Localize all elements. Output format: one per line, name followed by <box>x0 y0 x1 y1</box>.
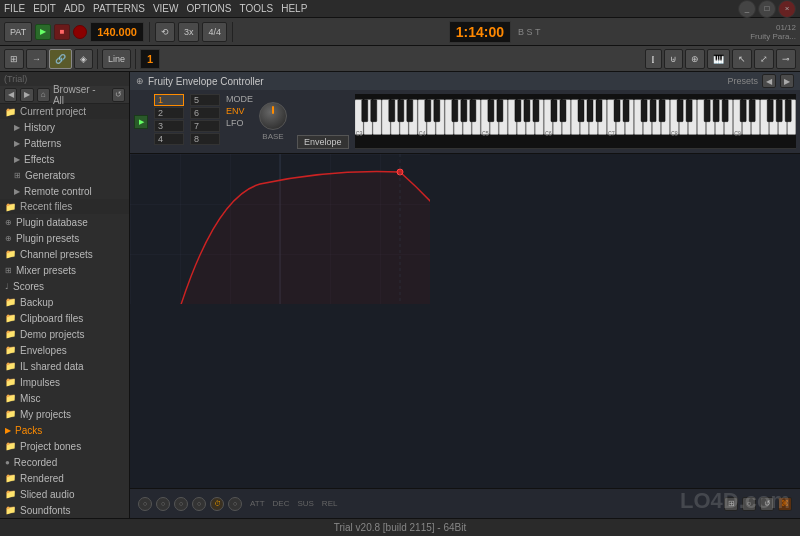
env-dec-btn[interactable]: ○ <box>156 497 170 511</box>
sidebar-item-my-projects[interactable]: 📁 My projects <box>0 406 129 422</box>
bottom-icon-4[interactable]: ⌘ <box>778 497 792 511</box>
sidebar-item-effects[interactable]: ▶ Effects <box>0 151 129 167</box>
menu-patterns[interactable]: PATTERNS <box>93 3 145 14</box>
item-label: Soundfonts <box>20 505 71 516</box>
base-knob[interactable] <box>259 102 287 130</box>
bpm-display[interactable]: 140.000 <box>90 22 144 42</box>
record-button[interactable] <box>73 25 87 39</box>
sidebar-item-generators[interactable]: ⊞ Generators <box>0 167 129 183</box>
arrow-icon: ⊞ <box>5 266 12 275</box>
pat-button[interactable]: PAT <box>4 22 32 42</box>
note-icon: ♩ <box>5 282 9 291</box>
sidebar-item-patterns[interactable]: ▶ Patterns <box>0 135 129 151</box>
env-sus-btn[interactable]: ○ <box>174 497 188 511</box>
env-play-btn[interactable]: ▶ <box>134 115 148 129</box>
link-button[interactable]: 🔗 <box>49 49 72 69</box>
sidebar-item-impulses[interactable]: 📁 Impulses <box>0 374 129 390</box>
eq-button[interactable]: ⫿ <box>645 49 662 69</box>
menu-add[interactable]: ADD <box>64 3 85 14</box>
bottom-icon-1[interactable]: ⊞ <box>724 497 738 511</box>
preset-next[interactable]: ▶ <box>780 74 794 88</box>
loop-button[interactable]: ⟲ <box>155 22 175 42</box>
stamp-button[interactable]: ◈ <box>74 49 93 69</box>
sidebar-item-backup[interactable]: 📁 Backup <box>0 294 129 310</box>
svg-rect-70 <box>532 100 538 122</box>
env-rel-btn[interactable]: ○ <box>192 497 206 511</box>
mix-button[interactable]: ⊎ <box>664 49 683 69</box>
item-label: Scores <box>13 281 44 292</box>
cursor-button[interactable]: ↖ <box>732 49 752 69</box>
sidebar-item-recorded[interactable]: ● Recorded <box>0 454 129 470</box>
time-display: 1:14:00 <box>449 21 511 43</box>
play-button[interactable]: ▶ <box>35 24 51 40</box>
close-button[interactable]: × <box>778 0 796 18</box>
menu-options[interactable]: OPTIONS <box>186 3 231 14</box>
bottom-icon-2[interactable]: ○ <box>742 497 756 511</box>
svg-rect-61 <box>424 100 430 122</box>
snap-button[interactable]: ⊸ <box>776 49 796 69</box>
back-button[interactable]: ◀ <box>4 88 17 102</box>
sidebar-item-packs[interactable]: ▶ Packs <box>0 422 129 438</box>
folder-icon: 📁 <box>5 489 16 499</box>
maximize-button[interactable]: □ <box>758 0 776 18</box>
home-button[interactable]: ⌂ <box>37 88 50 102</box>
env-num-7[interactable]: 7 <box>190 120 220 132</box>
step-button[interactable]: 3x <box>178 22 200 42</box>
env-label[interactable]: ENV <box>226 106 253 116</box>
menu-view[interactable]: VIEW <box>153 3 179 14</box>
folder-icon: 📁 <box>5 473 16 483</box>
menu-help[interactable]: HELP <box>281 3 307 14</box>
env-num-4[interactable]: 4 <box>154 133 184 145</box>
plugin-button[interactable]: ⊕ <box>685 49 705 69</box>
lfo-label[interactable]: LFO <box>226 118 253 128</box>
sidebar-item-clipboard[interactable]: 📁 Clipboard files <box>0 310 129 326</box>
sidebar-item-mixer-presets[interactable]: ⊞ Mixer presets <box>0 262 129 278</box>
sidebar-item-project-bones[interactable]: 📁 Project bones <box>0 438 129 454</box>
sidebar-item-soundfonts[interactable]: 📁 Soundfonts <box>0 502 129 518</box>
sidebar-item-remote-control[interactable]: ▶ Remote control <box>0 183 129 199</box>
envelope-graph-area[interactable]: ○ ○ ○ ○ ⏱ ○ ATT DEC SUS REL ⊞ ○ ↺ ⌘ <box>130 154 800 518</box>
time-sig-button[interactable]: 4/4 <box>202 22 227 42</box>
refresh-button[interactable]: ↺ <box>112 88 125 102</box>
forward-button[interactable]: ▶ <box>20 88 33 102</box>
sidebar-item-envelopes[interactable]: 📁 Envelopes <box>0 342 129 358</box>
sidebar-item-demo-projects[interactable]: 📁 Demo projects <box>0 326 129 342</box>
folder-icon: 📁 <box>5 297 16 307</box>
piano-button[interactable]: 🎹 <box>707 49 730 69</box>
env-sync-btn[interactable]: ○ <box>228 497 242 511</box>
menu-tools[interactable]: TOOLS <box>239 3 273 14</box>
sidebar-item-rendered[interactable]: 📁 Rendered <box>0 470 129 486</box>
bottom-icon-3[interactable]: ↺ <box>760 497 774 511</box>
sidebar-item-scores[interactable]: ♩ Scores <box>0 278 129 294</box>
sidebar-item-plugin-database[interactable]: ⊕ Plugin database <box>0 214 129 230</box>
preset-prev[interactable]: ◀ <box>762 74 776 88</box>
arrow-button[interactable]: → <box>26 49 47 69</box>
minimize-button[interactable]: _ <box>738 0 756 18</box>
stop-button[interactable]: ■ <box>54 24 70 40</box>
sidebar-item-misc[interactable]: 📁 Misc <box>0 390 129 406</box>
svg-rect-62 <box>433 100 439 122</box>
sidebar-item-recent-files[interactable]: 📁 Recent files <box>0 199 129 214</box>
sidebar-item-sliced-audio[interactable]: 📁 Sliced audio <box>0 486 129 502</box>
plug-icon: ⊕ <box>5 218 12 227</box>
env-num-2[interactable]: 2 <box>154 107 184 119</box>
sidebar-item-channel-presets[interactable]: 📁 Channel presets <box>0 246 129 262</box>
env-num-8[interactable]: 8 <box>190 133 220 145</box>
env-num-5[interactable]: 5 <box>190 94 220 106</box>
menu-file[interactable]: FILE <box>4 3 25 14</box>
envelope-tab[interactable]: Envelope <box>297 135 349 149</box>
sidebar-item-il-shared[interactable]: 📁 IL shared data <box>0 358 129 374</box>
env-att-btn[interactable]: ○ <box>138 497 152 511</box>
grid-button[interactable]: ⊞ <box>4 49 24 69</box>
sidebar-item-current-project[interactable]: 📁 Current project <box>0 104 129 119</box>
svg-rect-83 <box>704 100 710 122</box>
env-tempo-btn[interactable]: ⏱ <box>210 497 224 511</box>
env-num-1[interactable]: 1 <box>154 94 184 106</box>
sidebar-item-plugin-presets[interactable]: ⊕ Plugin presets <box>0 230 129 246</box>
env-num-6[interactable]: 6 <box>190 107 220 119</box>
env-num-3[interactable]: 3 <box>154 120 184 132</box>
zoom-button[interactable]: ⤢ <box>754 49 774 69</box>
sidebar-item-history[interactable]: ▶ History <box>0 119 129 135</box>
line-button[interactable]: Line <box>102 49 131 69</box>
menu-edit[interactable]: EDIT <box>33 3 56 14</box>
